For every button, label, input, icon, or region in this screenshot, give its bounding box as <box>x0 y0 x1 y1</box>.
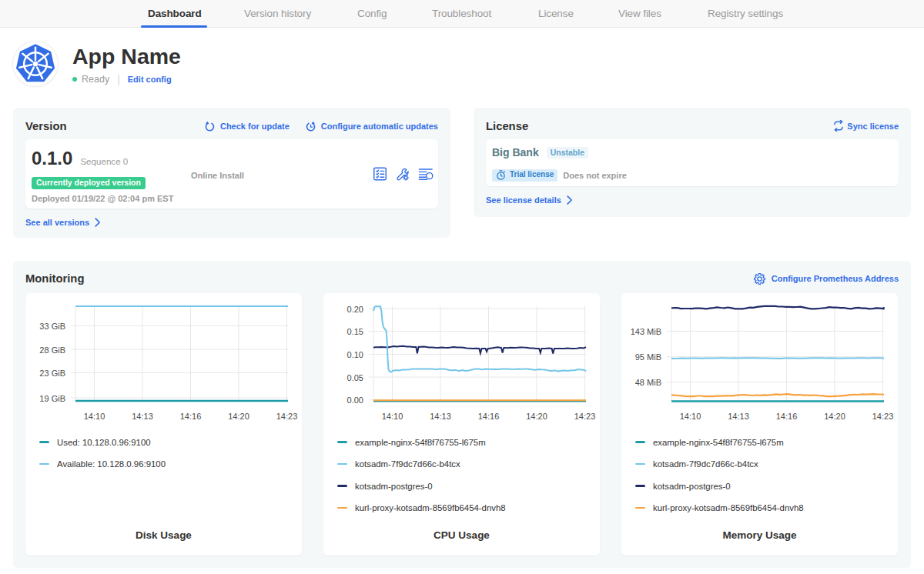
svg-text:14:23: 14:23 <box>872 411 894 420</box>
svg-text:0.05: 0.05 <box>347 372 363 382</box>
svg-text:14:23: 14:23 <box>276 411 298 420</box>
svg-text:14:23: 14:23 <box>574 411 596 420</box>
svg-text:0.20: 0.20 <box>347 304 363 313</box>
svg-text:95 MiB: 95 MiB <box>635 352 661 362</box>
svg-text:143 MiB: 143 MiB <box>631 326 661 335</box>
svg-text:14:20: 14:20 <box>228 411 249 420</box>
svg-text:19 GiB: 19 GiB <box>39 393 65 402</box>
svg-text:14:13: 14:13 <box>430 411 451 420</box>
svg-text:14:10: 14:10 <box>680 411 701 420</box>
svg-text:28 GiB: 28 GiB <box>39 345 65 354</box>
svg-text:14:16: 14:16 <box>180 411 202 420</box>
svg-text:14:10: 14:10 <box>382 411 403 420</box>
svg-text:33 GiB: 33 GiB <box>39 322 65 331</box>
svg-text:0.10: 0.10 <box>347 349 363 359</box>
svg-text:0.15: 0.15 <box>347 327 363 336</box>
svg-text:14:10: 14:10 <box>84 411 105 420</box>
svg-text:23 GiB: 23 GiB <box>39 369 65 378</box>
svg-text:14:16: 14:16 <box>478 411 500 420</box>
svg-text:14:20: 14:20 <box>526 411 547 420</box>
svg-text:14:13: 14:13 <box>728 411 749 420</box>
svg-text:14:20: 14:20 <box>824 411 845 420</box>
svg-text:14:13: 14:13 <box>132 411 153 420</box>
svg-text:48 MiB: 48 MiB <box>635 378 661 387</box>
svg-text:0.00: 0.00 <box>347 395 363 405</box>
svg-text:14:16: 14:16 <box>776 411 798 420</box>
